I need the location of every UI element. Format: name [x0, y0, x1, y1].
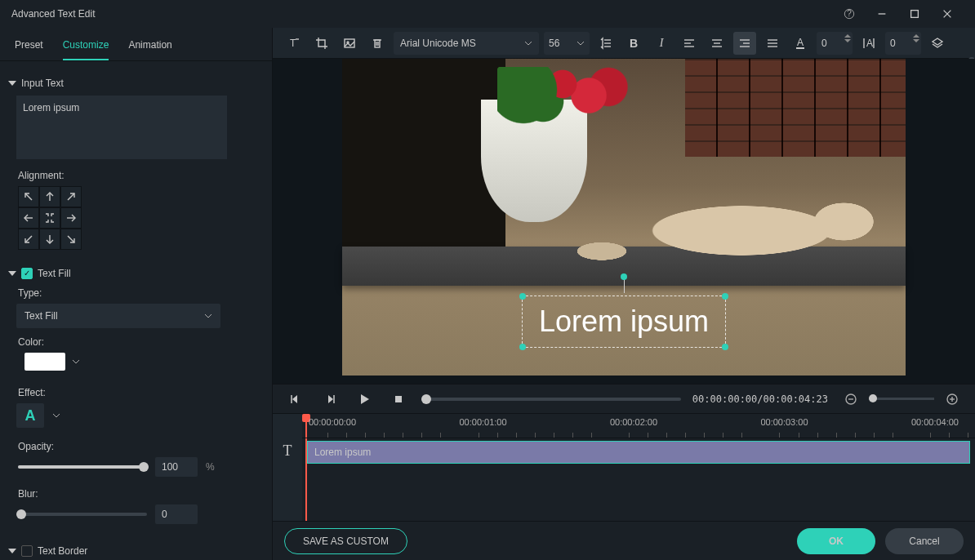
toolbar: T Arial Unicode MS 56 B I A 0 — [273, 28, 975, 59]
svg-text:?: ? — [847, 8, 852, 18]
preview-bg-element — [497, 67, 628, 124]
preview-bg-element — [571, 181, 881, 271]
next-frame-button[interactable] — [318, 388, 341, 411]
delete-icon[interactable] — [366, 32, 389, 55]
ok-button[interactable]: OK — [797, 528, 875, 554]
chevron-down-icon[interactable] — [72, 358, 80, 366]
timeline-tracks[interactable]: 00:00:00:0000:00:01:0000:00:02:0000:00:0… — [302, 414, 975, 521]
layers-icon[interactable] — [926, 32, 949, 55]
zoom-in-button[interactable] — [941, 388, 964, 411]
align-bottom-right[interactable] — [60, 229, 82, 250]
text-fill-checkbox[interactable] — [21, 268, 33, 279]
chevron-down-icon[interactable] — [52, 411, 60, 420]
text-border-header: Text Border — [38, 545, 87, 557]
preview-canvas[interactable]: Lorem ipsum — [342, 59, 906, 376]
effect-preview[interactable]: A — [16, 403, 44, 428]
tab-customize[interactable]: Customize — [63, 39, 109, 60]
text-overlay-box[interactable]: Lorem ipsum — [522, 296, 726, 348]
resize-handle[interactable] — [519, 344, 526, 350]
align-left-icon[interactable] — [678, 32, 701, 55]
section-text-fill[interactable]: Text Fill — [8, 268, 259, 279]
close-button[interactable] — [931, 0, 964, 28]
char-spacing-input[interactable]: 0 — [817, 32, 853, 55]
svg-marker-44 — [328, 395, 333, 403]
font-size-select[interactable]: 56 — [544, 32, 590, 55]
blur-slider[interactable] — [18, 513, 147, 516]
zoom-slider[interactable] — [869, 398, 934, 400]
tab-preset[interactable]: Preset — [15, 39, 43, 60]
align-middle-left[interactable] — [18, 207, 39, 229]
seek-slider[interactable] — [421, 398, 681, 401]
input-text-area[interactable] — [16, 96, 227, 159]
svg-line-13 — [68, 236, 74, 242]
chevron-down-icon — [8, 549, 16, 553]
align-top-right[interactable] — [60, 186, 82, 207]
cancel-button[interactable]: Cancel — [885, 528, 964, 554]
align-top-center[interactable] — [39, 186, 60, 207]
type-label: Type: — [18, 287, 259, 299]
chevron-down-icon — [8, 81, 16, 86]
section-input-text[interactable]: Input Text — [8, 78, 259, 89]
maximize-button[interactable] — [898, 0, 931, 28]
svg-rect-47 — [395, 396, 402, 402]
import-image-icon[interactable] — [338, 32, 361, 55]
timeline: T 00:00:00:0000:00:01:0000:00:02:0000:00… — [273, 413, 975, 521]
font-size-value: 56 — [549, 38, 559, 49]
stop-button[interactable] — [387, 388, 410, 411]
align-justify-icon[interactable] — [761, 32, 784, 55]
alignment-label: Alignment: — [18, 170, 259, 181]
rotate-handle[interactable] — [621, 273, 627, 280]
svg-text:A: A — [797, 37, 804, 48]
type-select[interactable]: Text Fill — [16, 304, 220, 328]
crop-icon[interactable] — [310, 32, 333, 55]
svg-text:A: A — [866, 38, 873, 49]
edit-text-icon[interactable]: T — [283, 32, 305, 55]
align-right-icon[interactable] — [733, 32, 756, 55]
align-center[interactable] — [39, 207, 60, 229]
line-height-icon[interactable] — [594, 32, 617, 55]
tab-animation[interactable]: Animation — [128, 39, 171, 60]
timeline-gutter: T — [273, 414, 302, 521]
font-select[interactable]: Arial Unicode MS — [394, 32, 539, 55]
preview-bg-element — [685, 59, 906, 157]
align-bottom-left[interactable] — [18, 229, 39, 250]
editor-area: T Arial Unicode MS 56 B I A 0 — [273, 28, 975, 560]
svg-rect-3 — [911, 11, 919, 18]
svg-text:T: T — [290, 38, 296, 49]
svg-marker-46 — [361, 394, 369, 404]
align-top-left[interactable] — [18, 186, 39, 207]
bold-button[interactable]: B — [622, 32, 645, 55]
color-swatch[interactable] — [24, 353, 65, 371]
play-button[interactable] — [353, 388, 376, 411]
svg-line-6 — [25, 193, 32, 200]
resize-handle[interactable] — [519, 293, 526, 300]
effect-label: Effect: — [18, 387, 259, 398]
save-as-custom-button[interactable]: SAVE AS CUSTOM — [284, 528, 407, 554]
italic-button[interactable]: I — [650, 32, 673, 55]
resize-handle[interactable] — [722, 293, 728, 300]
alignment-grid — [18, 186, 259, 250]
overlay-text[interactable]: Lorem ipsum — [539, 304, 709, 339]
section-text-border[interactable]: Text Border — [8, 545, 259, 557]
text-border-checkbox[interactable] — [21, 545, 33, 557]
opacity-label: Opacity: — [18, 441, 259, 452]
preview-area[interactable]: Lorem ipsum — [273, 59, 975, 384]
help-icon[interactable]: ? — [833, 0, 866, 28]
align-center-icon[interactable] — [706, 32, 728, 55]
footer: SAVE AS CUSTOM OK Cancel — [273, 521, 975, 560]
zoom-out-button[interactable] — [839, 388, 862, 411]
align-bottom-center[interactable] — [39, 229, 60, 250]
timeline-ruler[interactable]: 00:00:00:0000:00:01:0000:00:02:0000:00:0… — [302, 414, 975, 438]
minimize-button[interactable] — [866, 0, 898, 28]
prev-frame-button[interactable] — [284, 388, 307, 411]
blur-value[interactable]: 0 — [155, 504, 198, 524]
text-clip[interactable]: Lorem ipsum — [307, 441, 970, 464]
align-middle-right[interactable] — [60, 207, 82, 229]
letter-spacing-icon[interactable]: A — [857, 32, 880, 55]
opacity-value[interactable]: 100 — [155, 457, 198, 477]
opacity-slider[interactable] — [18, 465, 147, 469]
line-spacing-input[interactable]: 0 — [885, 32, 921, 55]
text-color-icon[interactable]: A — [789, 32, 812, 55]
chevron-down-icon — [524, 39, 532, 47]
resize-handle[interactable] — [722, 344, 728, 350]
